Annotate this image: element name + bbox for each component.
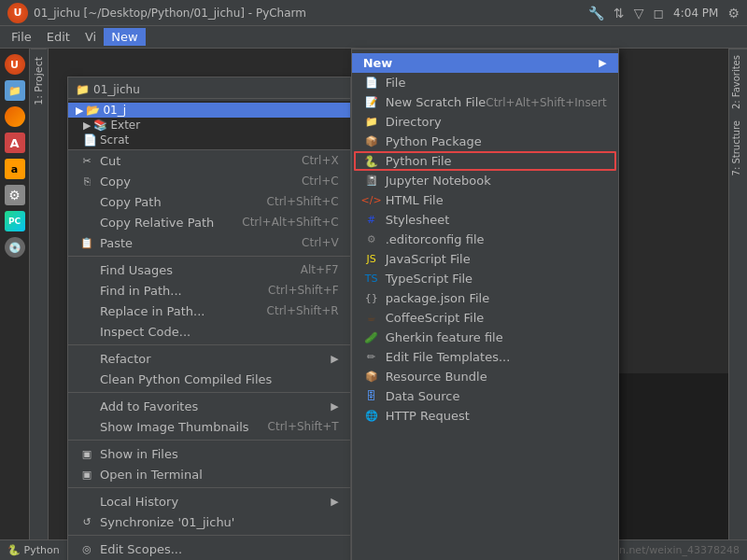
menu-clean[interactable]: Clean Python Compiled Files (68, 369, 350, 389)
terminal-icon: ▣ (79, 467, 94, 482)
editorconfig-icon: ⚙ (363, 233, 380, 246)
menu-paste[interactable]: 📋 Paste Ctrl+V (68, 232, 350, 253)
tree-item-label: 01_j (103, 104, 126, 117)
menu-find-usages[interactable]: Find Usages Alt+F7 (68, 259, 350, 280)
inspect-icon (79, 324, 94, 339)
menu-local-history[interactable]: Local History ▶ (68, 491, 350, 511)
file-icon: 📄 (363, 77, 380, 90)
thumbnail-icon (79, 419, 94, 434)
tree-item-01j[interactable]: ▶ 📂 01_j (68, 103, 350, 118)
favorites-tab[interactable]: 2: Favorites (729, 49, 747, 115)
new-python-package[interactable]: 📦 Python Package (352, 132, 618, 151)
sep-4 (68, 440, 350, 441)
new-js-file[interactable]: JS JavaScript File (352, 249, 618, 269)
menu-edit[interactable]: Edit (39, 28, 78, 46)
refactor-icon (79, 351, 94, 366)
cut-icon: ✂ (79, 153, 94, 168)
find-icon (79, 262, 94, 277)
menu-vi[interactable]: Vi (78, 28, 104, 46)
menu-bar: File Edit Vi New (0, 26, 747, 49)
project-tab[interactable]: 1: Project (31, 49, 47, 113)
new-coffeescript[interactable]: ☕ CoffeeScript File (352, 308, 618, 328)
tree-item-exter[interactable]: ▶ 📚 Exter (68, 118, 350, 133)
dock-settings[interactable]: ⚙ (5, 185, 25, 205)
menu-copy[interactable]: ⎘ Copy Ctrl+C (68, 171, 350, 191)
js-icon: JS (363, 253, 380, 266)
new-stylesheet[interactable]: # Stylesheet (352, 210, 618, 230)
new-python-file[interactable]: 🐍 Python File (352, 151, 618, 171)
paste-icon: 📋 (79, 235, 94, 250)
folder-icon-2: 📂 (86, 104, 100, 117)
dock-dvd[interactable]: 💿 (5, 237, 25, 258)
resource-icon: 📦 (363, 371, 380, 384)
sys-icon-battery: ◻ (653, 6, 664, 21)
menu-add-favorites[interactable]: Add to Favorites ▶ (68, 396, 350, 416)
sep-1 (68, 256, 350, 257)
sys-icon-minimize: ▽ (634, 6, 644, 21)
structure-tab[interactable]: 7: Structure (729, 115, 747, 181)
new-package-json[interactable]: {} package.json File (352, 288, 618, 308)
new-edit-templates[interactable]: ✏ Edit File Templates... (352, 347, 618, 367)
menu-refactor[interactable]: Refactor ▶ (68, 348, 350, 369)
show-files-icon: ▣ (79, 446, 94, 461)
sync-icon: ↺ (79, 514, 94, 529)
menu-inspect[interactable]: Inspect Code... (68, 321, 350, 342)
menu-edit-scopes[interactable]: ◎ Edit Scopes... (68, 539, 350, 559)
dock-firefox[interactable] (5, 106, 25, 127)
menu-synchronize[interactable]: ↺ Synchronize '01_jichu' (68, 511, 350, 532)
new-scratch-file[interactable]: 📝 New Scratch File Ctrl+Alt+Shift+Insert (352, 92, 618, 112)
jupyter-icon: 📓 (363, 175, 380, 188)
dock-app-a[interactable]: A (5, 133, 25, 153)
menu-copy-relative-path[interactable]: Copy Relative Path Ctrl+Alt+Shift+C (68, 212, 350, 232)
exter-icon: 📚 (93, 119, 107, 132)
scratch-icon: 📝 (363, 96, 380, 109)
new-editorconfig[interactable]: ⚙ .editorconfig file (352, 230, 618, 249)
http-icon: 🌐 (363, 410, 380, 423)
new-submenu-header: New ▶ (352, 53, 618, 73)
menu-find-path[interactable]: Find in Path... Ctrl+Shift+F (68, 280, 350, 301)
new-data-source[interactable]: 🗄 Data Source (352, 386, 618, 406)
tree-item-scrat[interactable]: 📄 Scrat (68, 133, 350, 147)
dock-amazon[interactable]: a (5, 159, 25, 179)
dock-pycharm[interactable]: PC (5, 211, 25, 231)
project-name: 01_jichu (93, 83, 140, 96)
new-html-file[interactable]: </> HTML File (352, 190, 618, 210)
context-menu-overlay: 📁 01_jichu ▶ 📂 01_j ▶ 📚 Exter 📄 Scrat ✂ (67, 49, 619, 560)
app-dock: U 📁 A a ⚙ PC 💿 (0, 49, 30, 539)
menu-file[interactable]: File (4, 28, 39, 46)
status-left: 🐍 Python (7, 544, 60, 556)
dock-files[interactable]: 📁 (5, 80, 25, 101)
new-http-request[interactable]: 🌐 HTTP Request (352, 406, 618, 426)
menu-show-files[interactable]: ▣ Show in Files (68, 443, 350, 464)
coffee-icon: ☕ (363, 312, 380, 325)
scrat-label: Scrat (100, 133, 129, 147)
html-icon: </> (363, 194, 380, 207)
dock-ubuntu[interactable]: U (5, 54, 25, 75)
menu-replace-path[interactable]: Replace in Path... Ctrl+Shift+R (68, 301, 350, 321)
new-ts-file[interactable]: TS TypeScript File (352, 269, 618, 288)
window-title: 01_jichu [~/Desktop/Python/01_jichu] - P… (34, 7, 306, 20)
new-submenu: New ▶ 📄 File 📝 New Scratch File Ctrl+Alt… (351, 49, 619, 560)
sep-6 (68, 535, 350, 536)
datasource-icon: 🗄 (363, 390, 380, 403)
folder-icon: 📁 (76, 83, 90, 96)
title-bar: U 01_jichu [~/Desktop/Python/01_jichu] -… (0, 0, 747, 26)
menu-copy-path[interactable]: Copy Path Ctrl+Shift+C (68, 191, 350, 212)
menu-open-terminal[interactable]: ▣ Open in Terminal (68, 464, 350, 484)
new-jupyter[interactable]: 📓 Jupyter Notebook (352, 171, 618, 190)
ts-icon: TS (363, 273, 380, 286)
clock: 4:04 PM (673, 7, 718, 20)
menu-show-thumbnails[interactable]: Show Image Thumbnails Ctrl+Shift+T (68, 416, 350, 437)
new-directory[interactable]: 📁 Directory (352, 112, 618, 132)
new-gherkin[interactable]: 🥒 Gherkin feature file (352, 328, 618, 347)
new-resource-bundle[interactable]: 📦 Resource Bundle (352, 367, 618, 386)
settings-icon[interactable]: ⚙ (727, 6, 740, 21)
menu-cut[interactable]: ✂ Cut Ctrl+X (68, 150, 350, 171)
menu-new[interactable]: New (104, 28, 145, 46)
exter-label: Exter (110, 119, 140, 132)
tree-arrow-icon: ▶ (83, 119, 91, 132)
python-interpreter[interactable]: 🐍 Python (7, 544, 60, 556)
new-file[interactable]: 📄 File (352, 73, 618, 92)
sep-2 (68, 344, 350, 345)
title-bar-left: U 01_jichu [~/Desktop/Python/01_jichu] -… (7, 3, 306, 23)
